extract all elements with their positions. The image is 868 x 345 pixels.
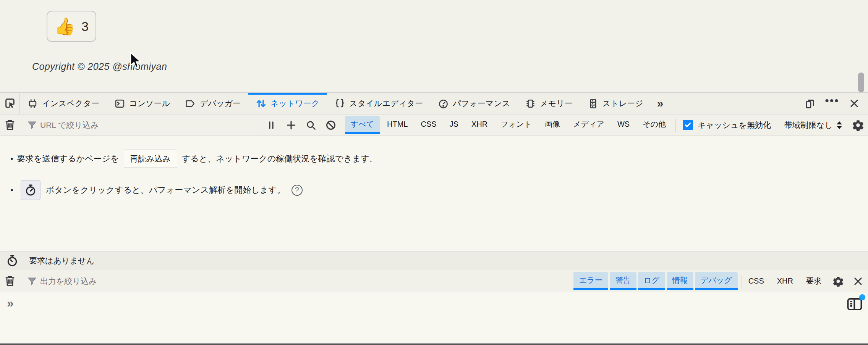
copyright-text: Copyright © 2025 @shiomiyan <box>32 61 167 72</box>
gear-icon <box>852 119 864 131</box>
devtools-panel: インスペクター コンソール デバッガー <box>0 92 868 345</box>
tab-inspector[interactable]: インスペクター <box>20 93 107 114</box>
style-editor-icon <box>335 98 345 109</box>
type-filter-media[interactable]: メディア <box>567 116 610 134</box>
level-filter-warnings[interactable]: 警告 <box>610 272 636 290</box>
disable-cache-control[interactable]: キャッシュを無効化 <box>676 120 778 131</box>
stopwatch-icon <box>24 184 37 196</box>
level-filter-info[interactable]: 情報 <box>667 272 693 290</box>
tab-label: デバッガー <box>200 98 241 109</box>
type-filter-js[interactable]: JS <box>444 116 464 134</box>
filter-funnel-icon <box>28 277 36 285</box>
tab-label: ストレージ <box>602 98 643 109</box>
console-filter-input[interactable] <box>40 277 567 286</box>
hint2-text: ボタンをクリックすると、パフォーマンス解析を開始します。 <box>46 184 285 196</box>
performance-hint-row: • ボタンをクリックすると、パフォーマンス解析を開始します。 ? <box>7 180 868 200</box>
network-settings-button[interactable] <box>848 116 868 134</box>
type-filter-fonts[interactable]: フォント <box>495 116 538 134</box>
console-filter-controls: エラー 警告 ログ 情報 デバッグ CSS XHR 要求 <box>570 272 868 290</box>
category-filter-xhr[interactable]: XHR <box>771 277 800 285</box>
close-icon <box>853 276 863 286</box>
type-filter-ws[interactable]: WS <box>612 116 635 134</box>
tab-console[interactable]: コンソール <box>107 93 178 114</box>
filter-funnel-icon <box>28 121 36 129</box>
trash-icon <box>4 119 16 131</box>
console-body[interactable]: » <box>0 292 868 343</box>
tab-network[interactable]: ネットワーク <box>248 93 327 114</box>
type-filter-html[interactable]: HTML <box>381 116 413 134</box>
start-performance-button[interactable] <box>21 180 40 200</box>
memory-icon <box>525 98 536 109</box>
category-filter-requests[interactable]: 要求 <box>800 276 828 286</box>
tab-label: パフォーマンス <box>453 98 510 109</box>
tab-style-editor[interactable]: スタイルエディター <box>327 93 431 114</box>
thumbs-up-icon: 👍 <box>54 18 75 35</box>
type-filter-other[interactable]: その他 <box>637 116 672 134</box>
network-filter-box <box>20 121 261 130</box>
clear-requests-button[interactable] <box>0 116 20 134</box>
level-filter-logs[interactable]: ログ <box>638 272 665 290</box>
meatball-menu-icon: ••• <box>825 101 839 106</box>
console-prompt-chevrons: » <box>7 296 14 310</box>
plus-icon <box>286 120 296 131</box>
responsive-design-icon <box>804 98 816 109</box>
console-filterbar: エラー 警告 ログ 情報 デバッグ CSS XHR 要求 <box>0 270 868 292</box>
network-icon <box>256 98 266 109</box>
hint1-pre-text: 要求を送信するかページを <box>17 153 119 164</box>
throttling-select[interactable]: 帯域制限なし <box>778 120 848 131</box>
node-picker-button[interactable] <box>0 93 20 114</box>
stopwatch-icon <box>6 255 18 267</box>
responsive-design-button[interactable] <box>802 95 818 112</box>
devtools-tabbar: インスペクター コンソール デバッガー <box>0 92 868 114</box>
disable-cache-label: キャッシュを無効化 <box>698 120 771 131</box>
block-requests-button[interactable] <box>321 116 341 134</box>
reload-hint-row: • 要求を送信するかページを 再読み込み すると、ネットワークの稼働状況を確認で… <box>7 150 868 168</box>
trash-icon <box>4 276 16 287</box>
storage-icon <box>588 98 598 109</box>
category-filter-css[interactable]: CSS <box>742 277 771 285</box>
help-icon[interactable]: ? <box>291 185 303 196</box>
console-close-button[interactable] <box>848 272 868 290</box>
throttling-value: 帯域制限なし <box>784 120 833 131</box>
page-scrollbar-thumb[interactable] <box>858 73 864 92</box>
editor-sidebar-toggle-button[interactable] <box>847 297 863 311</box>
pause-icon <box>266 120 276 130</box>
type-filter-css[interactable]: CSS <box>415 116 442 134</box>
tab-debugger[interactable]: デバッガー <box>178 93 248 114</box>
request-type-filters: すべて HTML CSS JS XHR フォント 画像 メディア WS その他 <box>341 116 675 134</box>
network-empty-panel: • 要求を送信するかページを 再読み込み すると、ネットワークの稼働状況を確認で… <box>0 136 868 251</box>
webpage-viewport: 👍 3 Copyright © 2025 @shiomiyan <box>0 0 868 92</box>
mouse-cursor <box>129 52 142 70</box>
tab-performance[interactable]: パフォーマンス <box>431 93 518 114</box>
type-filter-all[interactable]: すべて <box>345 116 380 134</box>
network-toolbar: すべて HTML CSS JS XHR フォント 画像 メディア WS その他 … <box>0 114 868 136</box>
devtools-close-button[interactable] <box>846 95 863 112</box>
search-button[interactable] <box>301 116 321 134</box>
network-url-filter-input[interactable] <box>40 121 258 130</box>
new-request-button[interactable] <box>281 116 301 134</box>
tab-label: スタイルエディター <box>349 98 423 109</box>
log-level-filters: エラー 警告 ログ 情報 デバッグ <box>570 272 742 290</box>
close-icon <box>849 98 859 108</box>
like-button[interactable]: 👍 3 <box>47 11 96 42</box>
type-filter-images[interactable]: 画像 <box>539 116 566 134</box>
bullet: • <box>7 155 17 163</box>
gear-icon <box>833 276 844 287</box>
tab-storage[interactable]: ストレージ <box>580 93 651 114</box>
tabbar-right-controls: ••• <box>802 93 868 114</box>
reload-button[interactable]: 再読み込み <box>124 150 177 168</box>
clear-console-button[interactable] <box>0 272 20 290</box>
tab-label: インスペクター <box>42 98 99 109</box>
level-filter-errors[interactable]: エラー <box>573 272 608 290</box>
tab-memory[interactable]: メモリー <box>518 93 580 114</box>
notification-badge <box>859 294 865 300</box>
network-status-bar: 要求はありません <box>0 251 868 270</box>
tab-overflow-button[interactable]: » <box>651 93 670 114</box>
pause-traffic-button[interactable] <box>261 116 281 134</box>
disable-cache-checkbox[interactable] <box>683 120 693 130</box>
level-filter-debug[interactable]: デバッグ <box>695 272 738 290</box>
debugger-icon <box>185 98 196 109</box>
console-settings-button[interactable] <box>828 272 848 290</box>
type-filter-xhr[interactable]: XHR <box>466 116 493 134</box>
devtools-menu-button[interactable]: ••• <box>824 95 840 112</box>
